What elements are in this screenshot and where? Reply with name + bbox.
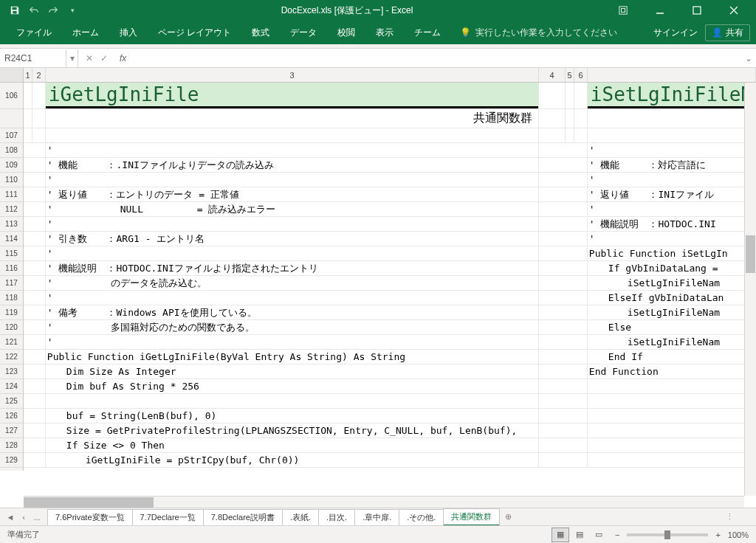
row-header[interactable]: 106	[0, 83, 23, 109]
row-header[interactable]: 110	[0, 173, 23, 187]
row-header[interactable]: 112	[0, 202, 23, 217]
tab-pagelayout[interactable]: ページ レイアウト	[148, 21, 241, 44]
status-ready: 準備完了	[7, 529, 40, 540]
maximize-button[interactable]	[681, 0, 713, 21]
code-line: ' 返り値 ：エントリのデータ = 正常値	[46, 187, 539, 201]
formula-bar[interactable]	[131, 49, 741, 67]
row-header[interactable]: 122	[0, 350, 23, 364]
share-button[interactable]: 👤 共有	[705, 24, 750, 41]
formula-expand-icon[interactable]: ⌄	[741, 53, 756, 63]
sheet-tab[interactable]: 7.6Private変数一覧	[47, 509, 133, 525]
zoom-out-icon[interactable]: −	[615, 530, 619, 539]
row-header[interactable]: 109	[0, 158, 23, 173]
fx-icon[interactable]: fx	[115, 53, 131, 63]
tab-options-icon[interactable]: ⋮	[726, 512, 756, 522]
tab-formula[interactable]: 数式	[241, 21, 280, 44]
select-all-corner[interactable]	[0, 68, 24, 82]
new-sheet-icon[interactable]: ⊕	[499, 512, 517, 522]
sheet-tab[interactable]: .章中扉.	[354, 509, 399, 525]
tab-data[interactable]: データ	[280, 21, 327, 44]
col-1[interactable]: 1	[24, 68, 32, 82]
row-header[interactable]: 108	[0, 143, 23, 158]
zoom-slider[interactable]	[627, 533, 708, 536]
row-header[interactable]: 119	[0, 305, 23, 320]
close-button[interactable]	[718, 0, 750, 21]
tab-more-icon[interactable]: ...	[31, 513, 43, 522]
sheet-tab[interactable]: .目次.	[318, 509, 355, 525]
col-3[interactable]: 3	[46, 68, 539, 82]
tab-home[interactable]: ホーム	[62, 21, 109, 44]
qat-dropdown-icon[interactable]: ▾	[63, 2, 81, 18]
namebox-dropdown-icon[interactable]: ▾	[66, 49, 78, 67]
code-line: ' 引き数 ：ARG1 - エントリ名	[46, 232, 539, 246]
horizontal-scrollbar[interactable]	[24, 496, 744, 508]
sheet-tab-active[interactable]: 共通関数群	[443, 508, 500, 526]
row-header[interactable]: 121	[0, 335, 23, 350]
signin-link[interactable]: サインイン	[653, 27, 698, 39]
tab-first-icon[interactable]: ◄	[4, 513, 16, 522]
row-header[interactable]: 128	[0, 438, 23, 453]
enter-formula-icon[interactable]: ✓	[100, 53, 108, 63]
view-pagelayout-icon[interactable]: ▤	[571, 528, 588, 542]
code-line: If Size <> 0 Then	[46, 438, 539, 452]
row-header[interactable]: 125	[0, 394, 23, 409]
redo-icon[interactable]	[44, 2, 62, 18]
tab-review[interactable]: 校閲	[327, 21, 365, 44]
code-line: iGetLgIniFile = pStrICpy(buf, Chr(0))	[46, 453, 539, 467]
tell-me-search[interactable]: 💡 実行したい作業を入力してください	[460, 27, 617, 39]
svg-rect-1	[621, 8, 625, 12]
row-header[interactable]: 114	[0, 232, 23, 246]
tab-file[interactable]: ファイル	[6, 21, 62, 44]
tab-insert[interactable]: 挿入	[109, 21, 148, 44]
ribbon-options-icon[interactable]	[607, 0, 639, 21]
code-line: ' 多国籍対応のための関数である。	[46, 320, 539, 334]
code-line: '	[46, 217, 539, 231]
undo-icon[interactable]	[25, 2, 43, 18]
row-header[interactable]: 124	[0, 379, 23, 394]
row-header[interactable]: 123	[0, 364, 23, 379]
name-box[interactable]: R24C1	[0, 49, 66, 67]
code-line: ' 機能 ：対応言語に	[588, 158, 756, 172]
sheet-tab[interactable]: .表紙.	[282, 509, 319, 525]
zoom-in-icon[interactable]: +	[715, 530, 720, 539]
zoom-level[interactable]: 100%	[728, 530, 749, 539]
row-header[interactable]: 118	[0, 291, 23, 305]
code-line: iSetLgIniFileNam	[588, 305, 756, 319]
sheet-tab[interactable]: 7.7Declare一覧	[132, 509, 204, 525]
col-5[interactable]: 5	[566, 68, 574, 82]
view-pagebreak-icon[interactable]: ▭	[590, 528, 608, 542]
row-header[interactable]: 115	[0, 246, 23, 261]
row-header[interactable]: 107	[0, 128, 23, 143]
view-normal-icon[interactable]: ▦	[551, 528, 569, 542]
cancel-formula-icon[interactable]: ✕	[86, 53, 93, 63]
code-line	[46, 394, 539, 408]
col-2[interactable]: 2	[32, 68, 46, 82]
minimize-button[interactable]	[644, 0, 676, 21]
row-header[interactable]: 116	[0, 261, 23, 276]
row-header[interactable]: 113	[0, 217, 23, 232]
row-header[interactable]: 126	[0, 409, 23, 423]
code-line: ' NULL = 読み込みエラー	[46, 202, 539, 216]
code-line: '	[46, 143, 539, 157]
tab-prev-icon[interactable]: ‹	[18, 513, 30, 522]
code-line: '	[46, 291, 539, 305]
tab-view[interactable]: 表示	[365, 21, 404, 44]
row-header[interactable]: 127	[0, 423, 23, 438]
sheet-tab[interactable]: .その他.	[399, 509, 444, 525]
sheet-tab[interactable]: 7.8Declare説明書	[203, 509, 283, 525]
tab-team[interactable]: チーム	[404, 21, 451, 44]
row-header[interactable]: 120	[0, 320, 23, 335]
row-header[interactable]: 111	[0, 187, 23, 202]
col-4[interactable]: 4	[539, 68, 566, 82]
row-header[interactable]: 129	[0, 453, 23, 468]
code-line: Else	[588, 320, 756, 334]
row-header[interactable]	[0, 109, 23, 128]
code-line: '	[46, 173, 539, 187]
person-icon: 👤	[712, 27, 723, 38]
col-6[interactable]: 6	[574, 68, 588, 82]
row-header[interactable]: 117	[0, 276, 23, 291]
code-line: '	[46, 246, 539, 260]
save-icon[interactable]	[6, 2, 24, 18]
code-line: iSetLgIniFileNam	[588, 276, 756, 290]
vertical-scrollbar[interactable]	[744, 83, 756, 496]
